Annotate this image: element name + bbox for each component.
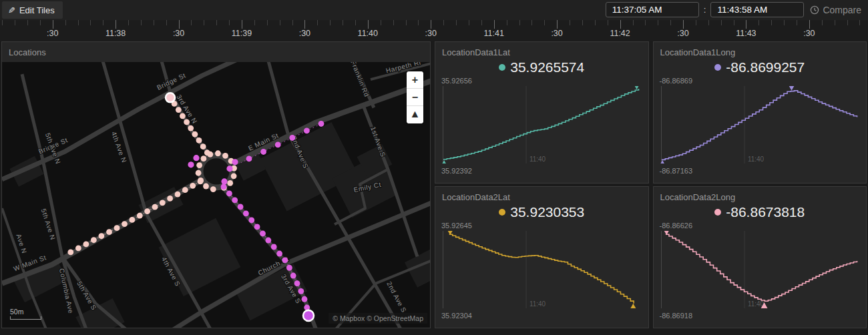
timeline-tick-minor <box>406 20 407 25</box>
trail-dot-location2 <box>238 204 244 210</box>
trail-dot-location1 <box>207 151 213 157</box>
map-panel: Locations Bridge StBridge StW Main StE M… <box>1 41 431 328</box>
trail-dot-location2 <box>282 258 288 264</box>
trail-dot-location1 <box>196 162 202 168</box>
timeline-tick-minor <box>443 20 444 25</box>
map-canvas[interactable]: Bridge StBridge StW Main StE Main StChur… <box>2 62 430 328</box>
timeline-tick-minor <box>15 20 15 25</box>
trail-dot-location1 <box>152 204 158 210</box>
trail-dot-location1 <box>210 186 216 192</box>
trail-dot-location2 <box>243 211 249 217</box>
y-axis-max-label: -86.86869 <box>660 77 693 85</box>
trail-dot-location2 <box>286 265 292 271</box>
trail-dot-location2 <box>290 273 296 279</box>
trail-dot-location1 <box>83 241 89 247</box>
map-compass-button[interactable]: ▲ ▼ <box>407 106 423 123</box>
trail-dot-location1 <box>190 183 196 189</box>
trail-dot-location2 <box>276 251 282 257</box>
map-zoom-control: + − ▲ ▼ <box>407 71 423 123</box>
timeline-tick-minor <box>204 20 204 25</box>
timeline-tick-minor <box>784 20 785 25</box>
trail-current-position-location1 <box>166 93 175 102</box>
chart-svg[interactable]: 11:40 <box>442 86 642 163</box>
chart-title: LocationData2Long <box>660 192 736 202</box>
trail-dot-location1 <box>130 217 136 223</box>
trail-dot-location1 <box>137 213 143 219</box>
timeline-tick-minor <box>393 20 394 25</box>
chart-plot[interactable]: 11:40 <box>442 86 642 163</box>
dashboard: ✎ Edit Tiles : Compare :3011:38:3011:39:… <box>0 0 868 335</box>
trail-dot-location2 <box>193 155 199 161</box>
timeline-tick-minor <box>544 20 545 25</box>
chart-plot[interactable]: 11:40 <box>660 231 860 308</box>
timeline-label: 11:41 <box>484 29 504 38</box>
timeline-tick-minor <box>633 20 634 25</box>
trail-dot-location1 <box>203 184 209 190</box>
chart-svg[interactable]: 11:40 <box>442 231 642 308</box>
time-end-input[interactable] <box>710 2 804 17</box>
chart-panel-locationdata2long: LocationData2Long -86.8673818 -86.86626 … <box>653 186 867 328</box>
trail-dot-location2 <box>248 218 254 224</box>
trail-dot-location1 <box>75 245 81 251</box>
map-zoom-in-button[interactable]: + <box>407 71 423 89</box>
trail-dot-location2 <box>275 142 281 148</box>
trail-dot-location1 <box>175 192 181 198</box>
timeline-tick-minor <box>582 20 583 25</box>
compass-up-icon: ▲ <box>407 106 423 122</box>
y-axis-max-label: -86.86626 <box>660 222 693 230</box>
trail-dot-location2 <box>188 161 194 168</box>
timeline-tick-minor <box>166 20 167 25</box>
timeline-ruler[interactable]: :3011:38:3011:39:3011:40:3011:41:3011:42… <box>0 20 868 41</box>
timeline-label: :30 <box>551 29 562 38</box>
map-scale-label: 50m <box>10 308 23 316</box>
time-range-controls: : Compare <box>606 2 863 17</box>
legend-dot <box>499 64 505 71</box>
series-line <box>665 234 857 301</box>
trail-dot-location1 <box>67 250 73 256</box>
trail-dot-location1 <box>231 173 237 179</box>
timeline-tick-major <box>746 20 746 29</box>
x-gridline-label: 11:40 <box>529 300 546 308</box>
trail-dot-location2 <box>304 127 310 133</box>
timeline-tick-major <box>304 20 305 29</box>
trail-dot-location2 <box>254 224 260 230</box>
timeline-tick-minor <box>758 20 759 25</box>
max-marker-triangle <box>788 86 795 91</box>
chart-plot[interactable]: 11:40 <box>660 86 860 163</box>
chart-title: LocationData1Long <box>660 47 736 57</box>
timeline-tick-major <box>368 20 369 29</box>
edit-tiles-button[interactable]: ✎ Edit Tiles <box>2 1 63 19</box>
timeline-tick-major <box>494 20 495 29</box>
timeline-tick-major <box>557 20 558 29</box>
map-svg[interactable]: Bridge StBridge StW Main StE Main StChur… <box>2 62 430 328</box>
timeline-tick-minor <box>78 20 79 25</box>
y-axis-min-label: 35.92392 <box>441 167 472 175</box>
timeline-tick-minor <box>292 20 293 25</box>
timeline-label: 11:39 <box>232 29 252 38</box>
compare-button[interactable]: Compare <box>809 5 863 15</box>
pencil-icon: ✎ <box>8 5 15 15</box>
time-start-input[interactable] <box>606 2 699 17</box>
chart-legend: 35.9265574 <box>435 59 648 75</box>
timeline-tick-minor <box>355 20 356 25</box>
chart-svg[interactable]: 11:40 <box>660 231 860 308</box>
trail-dot-location2 <box>302 296 308 302</box>
trail-dot-location1 <box>160 200 166 206</box>
map-zoom-out-button[interactable]: − <box>407 89 423 106</box>
timeline-tick-minor <box>595 20 596 25</box>
trail-dot-location1 <box>196 170 202 176</box>
x-gridline-label: 11:40 <box>747 155 764 163</box>
chart-title: LocationData2Lat <box>442 192 510 202</box>
trail-dot-location2 <box>226 191 232 197</box>
chart-svg[interactable]: 11:40 <box>660 86 860 163</box>
timeline-tick-minor <box>317 20 318 25</box>
timeline-tick-minor <box>191 20 192 25</box>
timeline-label: :30 <box>299 29 310 38</box>
trail-dot-location2 <box>226 165 232 172</box>
timeline-tick-minor <box>519 20 520 25</box>
edit-tiles-label: Edit Tiles <box>19 5 55 15</box>
chart-panel-locationdata1lat: LocationData1Lat 35.9265574 35.92656 11:… <box>435 41 649 184</box>
chart-plot[interactable]: 11:40 <box>442 231 642 308</box>
legend-value: -86.8673818 <box>726 204 805 220</box>
series-line <box>443 89 639 159</box>
